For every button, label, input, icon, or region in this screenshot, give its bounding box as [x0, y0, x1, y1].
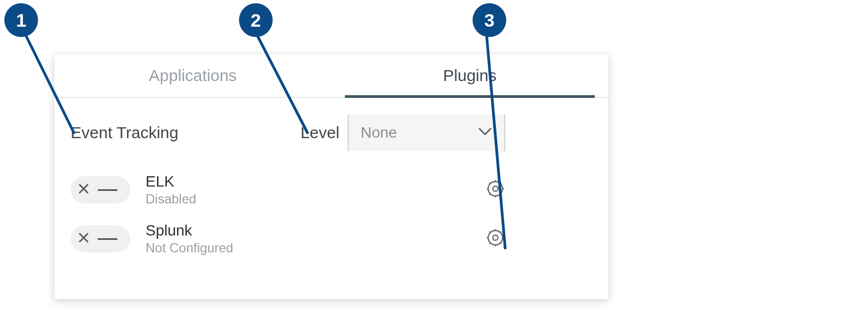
plugin-text-splunk: Splunk Not Configured — [146, 222, 233, 256]
settings-panel: Applications Plugins Event Tracking Leve… — [54, 54, 608, 299]
gear-icon — [486, 191, 505, 200]
toggle-elk[interactable] — [71, 176, 130, 203]
callout-2-label: 2 — [251, 10, 261, 31]
plugin-name-elk: ELK — [146, 173, 196, 190]
section-title: Event Tracking — [71, 123, 178, 142]
toggle-bar — [98, 189, 117, 191]
tab-applications[interactable]: Applications — [54, 54, 331, 97]
callout-1-label: 1 — [16, 10, 27, 31]
level-label: Level — [300, 123, 339, 142]
chevron-down-icon — [478, 127, 492, 138]
x-icon — [78, 183, 89, 196]
plugin-list: ELK Disabled — [54, 157, 608, 256]
level-dropdown-value: None — [361, 124, 478, 141]
plugin-name-splunk: Splunk — [146, 222, 233, 239]
callout-2: 2 — [239, 3, 273, 37]
tabs-bar: Applications Plugins — [54, 54, 608, 98]
tab-applications-label: Applications — [149, 66, 237, 85]
plugin-status-splunk: Not Configured — [146, 240, 233, 256]
tab-plugins-label: Plugins — [443, 66, 496, 85]
toggle-bar — [98, 238, 117, 240]
svg-line-11 — [489, 183, 490, 184]
svg-line-12 — [500, 194, 501, 195]
svg-point-17 — [493, 235, 498, 240]
svg-line-26 — [500, 232, 501, 233]
plugin-text-elk: ELK Disabled — [146, 173, 196, 207]
plugin-row-splunk: Splunk Not Configured — [71, 222, 592, 256]
level-dropdown[interactable]: None — [348, 114, 505, 151]
tab-plugins[interactable]: Plugins — [331, 54, 608, 97]
callout-3-label: 3 — [485, 10, 495, 31]
settings-button-elk[interactable] — [486, 179, 505, 201]
toggle-splunk[interactable] — [71, 225, 130, 252]
svg-line-24 — [500, 243, 501, 244]
svg-line-14 — [500, 183, 501, 184]
callout-1: 1 — [4, 3, 38, 37]
svg-point-5 — [493, 186, 498, 191]
svg-point-18 — [488, 231, 502, 245]
x-icon — [78, 232, 89, 245]
svg-point-6 — [488, 182, 502, 196]
plugin-status-elk: Disabled — [146, 191, 196, 207]
svg-line-13 — [489, 194, 490, 195]
svg-line-23 — [489, 232, 490, 233]
gear-icon — [486, 240, 505, 249]
callout-3: 3 — [473, 3, 506, 37]
settings-button-splunk[interactable] — [486, 228, 505, 250]
event-tracking-header-row: Event Tracking Level None — [54, 98, 608, 157]
plugin-row-elk: ELK Disabled — [71, 173, 592, 207]
svg-line-25 — [489, 243, 490, 244]
